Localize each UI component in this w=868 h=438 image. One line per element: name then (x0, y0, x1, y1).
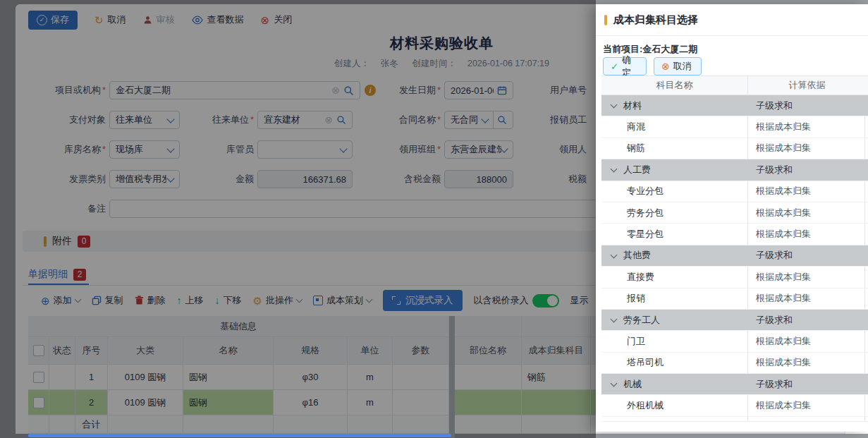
immersive-entry-button[interactable]: 沉浸式录入 (383, 290, 463, 311)
gear-icon: ⚙ (253, 296, 262, 306)
cell-name[interactable]: 圆钢 (183, 365, 274, 390)
column-header: 单位 (348, 337, 393, 365)
cell-seq[interactable]: 2 (75, 390, 108, 415)
move-up-button[interactable]: ↑ 上移 (177, 294, 204, 307)
close-button[interactable]: ⊗ 关闭 (261, 13, 293, 26)
cell-status[interactable] (49, 365, 75, 390)
cell-spec[interactable]: φ16 (274, 390, 348, 415)
row-checkbox-cell[interactable] (28, 365, 49, 390)
cancel-button[interactable]: ↻ 取消 (94, 13, 126, 26)
subject-row[interactable]: 直接费根据成本归集 (601, 267, 868, 288)
subject-row[interactable]: 商混根据成本归集 (601, 116, 868, 138)
cell-part[interactable] (455, 365, 522, 390)
cell-unit[interactable]: m (348, 365, 393, 390)
save-button[interactable]: ✓ 保存 (28, 11, 78, 30)
arrow-down-icon: ↓ (215, 296, 220, 305)
calc-basis-cell: 根据成本归集 (747, 331, 865, 351)
cell-name[interactable]: 圆钢 (183, 390, 274, 415)
invoice-type-select[interactable]: 增值税专用发票 (109, 170, 180, 188)
tree-chevron-icon[interactable] (611, 251, 618, 258)
subject-group-row[interactable]: 劳务工人子级求和 (601, 310, 868, 331)
cell-unit[interactable]: m (348, 390, 393, 415)
calendar-icon[interactable] (497, 85, 507, 95)
close-icon: ⊗ (261, 15, 270, 25)
attachment-label: 附件 (52, 235, 72, 248)
copy-button[interactable]: 复制 (92, 294, 123, 307)
subject-group-row[interactable]: 其他费子级求和 (601, 245, 868, 267)
project-input[interactable]: 金石大厦二期 ⊗ (109, 81, 360, 99)
warehouse-label: 库房名称* (21, 140, 106, 159)
cell-cost-subject[interactable]: 钢筋 (522, 365, 591, 390)
occur-date-input[interactable]: 2026-01-06 (444, 81, 513, 99)
contract-select[interactable]: 无合同 (444, 111, 513, 129)
invoice-type-label: 发票类别 (21, 170, 106, 188)
tree-chevron-icon[interactable] (611, 380, 618, 387)
subject-group-row[interactable]: 机械子级求和 (601, 374, 868, 395)
tab-detail[interactable]: 单据明细 2 (28, 264, 86, 285)
subject-row[interactable]: 门卫根据成本归集 (601, 331, 868, 352)
checkbox[interactable] (33, 397, 44, 408)
partner-input[interactable]: 宜东建材 ⊗ (257, 111, 353, 129)
search-icon[interactable] (497, 115, 507, 125)
main-toolbar: ✓ 保存 ↻ 取消 审核 查看数据 ⊗ 关闭 (28, 10, 292, 30)
subject-row[interactable]: 专业分包根据成本归集 (601, 181, 868, 202)
cell-part[interactable] (455, 390, 522, 415)
cell-param[interactable] (393, 365, 449, 390)
cell-category[interactable]: 0109 圆钢 (108, 390, 183, 415)
tree-chevron-icon[interactable] (611, 102, 618, 109)
audit-button[interactable]: 审核 (143, 13, 175, 26)
checkbox[interactable] (33, 372, 44, 383)
subject-name-cell: 人工费 (601, 159, 747, 180)
confirm-button[interactable]: ✓ 确定 (603, 57, 647, 75)
use-team-select[interactable]: 东营金辰建筑- (444, 140, 513, 159)
panel-cancel-button[interactable]: ⊗ 取消 (654, 57, 702, 75)
subject-row[interactable]: 塔吊司机根据成本归集 (601, 353, 868, 374)
subject-group-row[interactable]: 材料子级求和 (601, 95, 868, 116)
grid-group-header-row: 基础信息 (28, 316, 449, 337)
view-data-button[interactable]: 查看数据 (192, 13, 244, 26)
subject-name-cell: 钢筋 (601, 138, 747, 159)
cell-seq[interactable]: 1 (75, 365, 108, 390)
pay-target-select[interactable]: 往来单位 (109, 111, 180, 129)
subject-row[interactable]: 劳务分包根据成本归集 (601, 202, 868, 224)
tree-chevron-icon[interactable] (611, 316, 618, 323)
subject-row[interactable]: 零星分包根据成本归集 (601, 224, 868, 245)
select-all-checkbox-cell[interactable] (28, 337, 49, 365)
delete-button[interactable]: 删除 (135, 294, 166, 307)
clear-icon[interactable]: ⊗ (324, 115, 333, 125)
subject-row[interactable]: 钢筋根据成本归集 (601, 138, 868, 159)
search-icon[interactable] (343, 85, 354, 96)
cell-status[interactable] (49, 390, 75, 415)
clear-icon[interactable]: ⊗ (331, 85, 340, 95)
add-button[interactable]: ⊕ 添加 (41, 294, 80, 307)
warehouse-keeper-select[interactable] (257, 140, 353, 159)
batch-op-button[interactable]: ⚙ 批操作 (253, 294, 302, 307)
move-down-button[interactable]: ↓ 下移 (215, 294, 242, 307)
cost-plan-button[interactable]: 成本策划 (313, 294, 372, 307)
cost-subject-panel: 成本归集科目选择 当前项目:金石大厦二期 ✓ 确定 ⊗ 取消 科目名称 计算依据… (596, 4, 868, 432)
group-header-cell (455, 316, 522, 337)
cell-spec[interactable]: φ30 (274, 365, 348, 390)
cell-param[interactable] (393, 390, 449, 415)
checkbox[interactable] (33, 345, 44, 356)
subject-row[interactable]: 外租机械根据成本归集 (601, 395, 868, 416)
subject-row-partial (601, 417, 868, 422)
cell-category[interactable]: 0109 圆钢 (108, 365, 183, 390)
horizontal-scrollbar-thumb[interactable] (28, 434, 451, 437)
tree-chevron-icon[interactable] (611, 166, 618, 173)
total-empty (183, 415, 274, 434)
total-label: 合计 (75, 415, 108, 434)
tax-price-toggle[interactable] (532, 294, 559, 308)
row-checkbox-cell[interactable] (28, 390, 49, 415)
subject-group-row[interactable]: 人工费子级求和 (601, 159, 868, 181)
cancel-label: 取消 (108, 13, 126, 26)
cell-cost-subject[interactable] (522, 390, 591, 415)
table-row[interactable]: 20109 圆钢圆钢φ16m (28, 390, 449, 415)
check-icon: ✓ (611, 62, 618, 71)
search-icon[interactable] (336, 115, 346, 125)
display-option-label[interactable]: 显示 (570, 294, 589, 307)
table-row[interactable]: 10109 圆钢圆钢φ30m (28, 365, 449, 390)
warehouse-select[interactable]: 现场库 (109, 140, 180, 159)
grid-splitter[interactable] (449, 316, 455, 438)
subject-row[interactable]: 报销根据成本归集 (601, 288, 868, 310)
